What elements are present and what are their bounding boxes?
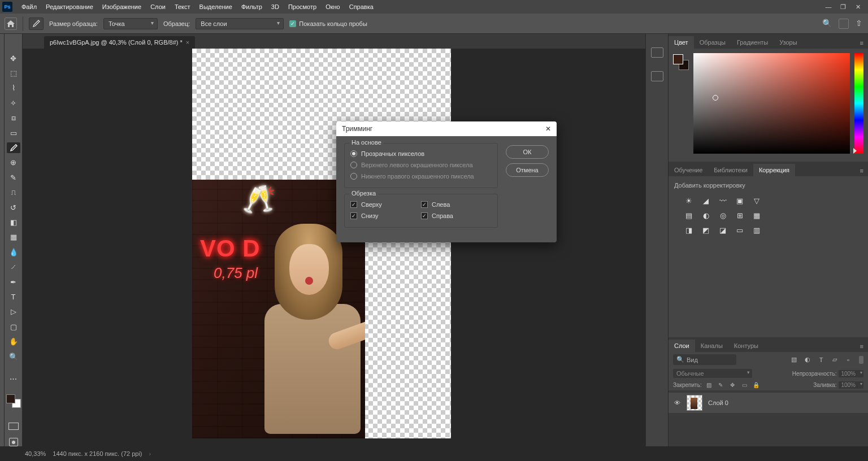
eyedropper-tool-icon[interactable] — [7, 142, 20, 153]
lock-artboard-icon[interactable]: ▭ — [741, 381, 748, 389]
eraser-tool-icon[interactable]: ◧ — [7, 217, 20, 227]
curves-icon[interactable]: 〰 — [718, 196, 727, 205]
menu-select[interactable]: Выделение — [195, 1, 237, 12]
checkbox-left[interactable] — [421, 201, 428, 208]
checkbox-bottom[interactable] — [350, 212, 357, 219]
blur-tool-icon[interactable]: 💧 — [7, 247, 20, 257]
opacity-value[interactable]: 100% — [839, 370, 863, 377]
tab-gradients[interactable]: Градиенты — [731, 36, 774, 49]
color-swatches[interactable] — [6, 394, 21, 408]
heal-tool-icon[interactable]: ⊕ — [7, 158, 20, 168]
filter-shape-icon[interactable]: ▱ — [831, 356, 839, 364]
lock-pixels-icon[interactable]: ✎ — [717, 381, 724, 389]
foreground-color-swatch[interactable] — [6, 394, 15, 403]
filter-smart-icon[interactable]: ▫ — [844, 356, 852, 364]
tab-layers[interactable]: Слои — [669, 340, 695, 352]
tab-adjustments[interactable]: Коррекция — [753, 164, 795, 176]
menu-image[interactable]: Изображение — [98, 1, 146, 12]
lasso-tool-icon[interactable]: ⌇ — [7, 83, 20, 93]
levels-icon[interactable]: ◢ — [701, 196, 710, 205]
filter-toggle[interactable] — [859, 356, 863, 364]
status-chevron-icon[interactable]: › — [149, 450, 151, 457]
brush-tool-icon[interactable]: ✎ — [7, 172, 20, 182]
filter-pixel-icon[interactable]: ▧ — [790, 356, 798, 364]
shape-tool-icon[interactable]: ▢ — [7, 321, 20, 332]
marquee-tool-icon[interactable]: ⬚ — [7, 68, 20, 78]
filter-type-icon[interactable]: T — [817, 356, 825, 364]
menu-help[interactable]: Справка — [345, 1, 378, 12]
layer-filter-kind[interactable]: 🔍 Вид — [673, 354, 736, 365]
window-minimize-icon[interactable]: — — [822, 2, 835, 12]
history-brush-tool-icon[interactable]: ↺ — [7, 202, 20, 212]
sample-dropdown[interactable]: Все слои — [196, 18, 284, 29]
workspace-icon[interactable] — [839, 19, 849, 29]
tab-color[interactable]: Цвет — [669, 36, 694, 49]
blend-mode-dropdown[interactable]: Обычные — [673, 369, 752, 378]
menu-file[interactable]: Файл — [17, 1, 41, 12]
dialog-close-icon[interactable]: ✕ — [545, 125, 551, 133]
sample-size-dropdown[interactable]: Точка — [103, 18, 158, 29]
menu-window[interactable]: Окно — [321, 1, 345, 12]
tab-libraries[interactable]: Библиотеки — [708, 164, 753, 176]
document-tab[interactable]: p6Iwc1vBGpA.jpg @ 40,3% (Слой 0, RGB/8#)… — [44, 36, 195, 49]
hue-icon[interactable]: ▤ — [684, 211, 693, 220]
gradient-tool-icon[interactable]: ▦ — [7, 232, 20, 242]
search-icon[interactable]: 🔍 — [822, 19, 832, 29]
menu-edit[interactable]: Редактирование — [41, 1, 98, 12]
menu-filter[interactable]: Фильтр — [237, 1, 267, 12]
layer-name[interactable]: Слой 0 — [708, 399, 728, 406]
exposure-icon[interactable]: ▣ — [735, 196, 744, 205]
type-tool-icon[interactable]: T — [7, 292, 20, 302]
tool-preset-icon[interactable] — [29, 18, 44, 30]
selective-color-icon[interactable]: ▥ — [752, 225, 761, 234]
tab-channels[interactable]: Каналы — [695, 340, 728, 352]
panel-menu-icon[interactable]: ≡ — [856, 165, 868, 176]
color-picker-field[interactable] — [693, 53, 850, 154]
frame-tool-icon[interactable]: ▭ — [7, 128, 20, 138]
radio-top-left-pixel[interactable] — [350, 162, 357, 168]
menu-layers[interactable]: Слои — [146, 1, 170, 12]
vibrance-icon[interactable]: ▽ — [752, 196, 761, 205]
channel-mixer-icon[interactable]: ⊞ — [735, 211, 744, 220]
lock-all-icon[interactable]: 🔒 — [753, 381, 760, 389]
bw-icon[interactable]: ◐ — [701, 211, 710, 220]
checkbox-right[interactable] — [421, 212, 428, 219]
layer-item[interactable]: 👁 Слой 0 — [669, 393, 868, 413]
window-maximize-icon[interactable]: ❐ — [836, 2, 850, 12]
status-zoom[interactable]: 40,33% — [25, 450, 46, 457]
dialog-cancel-button[interactable]: Отмена — [506, 163, 549, 177]
menu-view[interactable]: Просмотр — [284, 1, 321, 12]
window-close-icon[interactable]: ✕ — [851, 2, 865, 12]
dodge-tool-icon[interactable]: ⟋ — [7, 262, 20, 272]
color-lookup-icon[interactable]: ▦ — [752, 211, 761, 220]
zoom-tool-icon[interactable]: 🔍 — [7, 351, 20, 362]
share-icon[interactable]: ⇧ — [856, 19, 862, 29]
properties-panel-icon[interactable] — [651, 71, 663, 81]
edit-toolbar-icon[interactable]: ⋯ — [7, 374, 20, 384]
panel-menu-icon[interactable]: ≡ — [856, 37, 868, 49]
screen-mode-icon[interactable] — [8, 423, 19, 430]
layer-visibility-icon[interactable]: 👁 — [673, 399, 681, 406]
fill-value[interactable]: 100% — [839, 381, 863, 389]
home-icon[interactable] — [5, 18, 17, 30]
stamp-tool-icon[interactable]: ⎍ — [7, 188, 20, 198]
panel-menu-icon[interactable]: ≡ — [856, 341, 868, 352]
brightness-icon[interactable]: ☀ — [684, 196, 693, 205]
filter-adjust-icon[interactable]: ◐ — [804, 356, 811, 364]
show-sampling-ring-checkbox[interactable]: ✓ — [289, 20, 296, 27]
crop-tool-icon[interactable]: ⧈ — [7, 113, 20, 123]
checkbox-top[interactable] — [350, 201, 357, 208]
move-tool-icon[interactable]: ✥ — [7, 53, 20, 63]
menu-type[interactable]: Текст — [170, 1, 195, 12]
lock-position-icon[interactable]: ✥ — [729, 381, 736, 389]
tab-patterns[interactable]: Узоры — [774, 36, 802, 49]
hue-slider[interactable] — [854, 53, 863, 154]
wand-tool-icon[interactable]: ✧ — [7, 98, 20, 108]
quick-mask-icon[interactable] — [9, 438, 18, 446]
pen-tool-icon[interactable]: ✒ — [7, 277, 20, 287]
threshold-icon[interactable]: ◪ — [718, 225, 727, 234]
layer-thumbnail[interactable] — [687, 395, 702, 411]
tab-swatches[interactable]: Образцы — [694, 36, 731, 49]
photo-filter-icon[interactable]: ◎ — [718, 211, 727, 220]
tab-close-icon[interactable]: × — [186, 39, 189, 46]
